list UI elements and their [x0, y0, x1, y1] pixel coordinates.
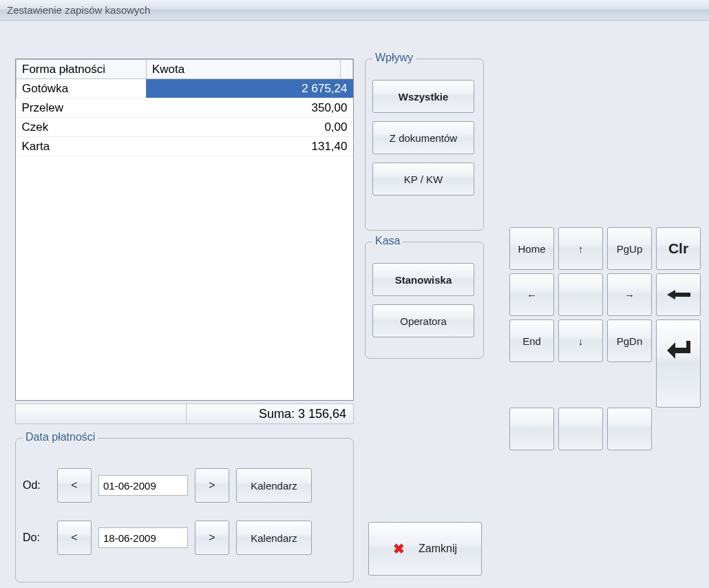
date-to-calendar-button[interactable]: Kalendarz	[236, 521, 312, 555]
blank-key-bl2[interactable]	[558, 408, 603, 450]
date-to-value: 18-06-2009	[103, 532, 156, 544]
cell-kwota: 0,00	[146, 118, 352, 137]
table-row[interactable]: Przelew 350,00	[17, 98, 353, 118]
sum-left-spacer	[16, 404, 187, 423]
cell-kwota: 2 675,24	[146, 79, 352, 98]
date-from-input[interactable]: 01-06-2009	[98, 475, 188, 496]
date-to-input[interactable]: 18-06-2009	[98, 527, 188, 548]
zamknij-label: Zamknij	[419, 543, 457, 555]
kasa-title: Kasa	[372, 235, 403, 247]
sum-total: Suma: 3 156,64	[187, 404, 353, 423]
arrow-up-icon	[578, 243, 584, 255]
kp-kw-button[interactable]: KP / KW	[372, 162, 474, 196]
date-from-next-button[interactable]: >	[195, 468, 229, 503]
arrow-left-icon	[527, 289, 537, 301]
zamknij-button[interactable]: ✖ Zamknij	[368, 522, 482, 576]
window-titlebar: Zestawienie zapisów kasowych	[0, 0, 709, 21]
blank-key-bl1[interactable]	[509, 408, 554, 450]
window-title: Zestawienie zapisów kasowych	[7, 4, 150, 16]
pgdn-key[interactable]: PgDn	[607, 319, 652, 362]
kasa-panel: Kasa Stanowiska Operatora	[365, 242, 484, 359]
wplywy-panel: Wpływy Wszystkie Z dokumentów KP / KW	[365, 59, 484, 231]
enter-key[interactable]	[656, 319, 701, 408]
table-row[interactable]: Gotówka 2 675,24	[17, 79, 353, 98]
date-panel-title: Data płatności	[23, 431, 98, 443]
blank-center-key[interactable]	[558, 273, 603, 316]
date-from-label: Od:	[23, 479, 57, 492]
cell-forma: Karta	[17, 137, 147, 156]
date-from-value: 01-06-2009	[103, 480, 156, 492]
stanowiska-button[interactable]: Stanowiska	[372, 263, 474, 296]
backspace-key[interactable]	[656, 273, 701, 316]
arrow-up-key[interactable]	[558, 227, 603, 270]
date-from-calendar-button[interactable]: Kalendarz	[236, 468, 312, 503]
wszystkie-button[interactable]: Wszystkie	[372, 80, 474, 113]
date-from-prev-button[interactable]: <	[57, 468, 92, 503]
pgup-key[interactable]: PgUp	[607, 227, 652, 270]
arrow-right-icon	[624, 289, 635, 301]
svg-marker-0	[667, 290, 690, 300]
navigation-keypad: Home PgUp Clr End PgDn	[509, 227, 705, 454]
arrow-down-key[interactable]	[558, 319, 603, 362]
backspace-icon	[667, 290, 690, 300]
home-key[interactable]: Home	[509, 227, 554, 270]
column-filler	[341, 60, 353, 79]
column-header-forma[interactable]: Forma płatności	[17, 60, 147, 79]
cell-kwota: 131,40	[146, 137, 352, 156]
date-panel: Data płatności Od: < 01-06-2009 > Kalend…	[15, 438, 354, 582]
cell-forma: Przelew	[17, 98, 147, 118]
arrow-left-key[interactable]	[509, 273, 554, 316]
table-row[interactable]: Czek 0,00	[17, 118, 353, 137]
payments-table: Forma płatności Kwota Gotówka 2 675,24 P…	[15, 59, 354, 401]
operatora-button[interactable]: Operatora	[372, 304, 474, 337]
z-dokumentow-button[interactable]: Z dokumentów	[372, 121, 474, 154]
table-row[interactable]: Karta 131,40	[17, 137, 353, 156]
arrow-down-icon	[578, 335, 584, 347]
date-to-label: Do:	[23, 532, 57, 544]
column-header-kwota[interactable]: Kwota	[146, 60, 340, 79]
enter-icon	[667, 341, 690, 359]
cell-forma: Czek	[17, 118, 147, 137]
cell-kwota: 350,00	[146, 98, 352, 118]
date-to-next-button[interactable]: >	[195, 521, 229, 555]
sum-row: Suma: 3 156,64	[15, 403, 354, 424]
cell-forma: Gotówka	[17, 79, 147, 98]
end-key[interactable]: End	[509, 319, 554, 362]
clr-key[interactable]: Clr	[656, 227, 701, 270]
arrow-right-key[interactable]	[607, 273, 652, 316]
close-icon: ✖	[393, 540, 405, 557]
date-to-prev-button[interactable]: <	[57, 521, 92, 555]
blank-key-bl3[interactable]	[607, 408, 652, 450]
wplywy-title: Wpływy	[372, 52, 416, 64]
